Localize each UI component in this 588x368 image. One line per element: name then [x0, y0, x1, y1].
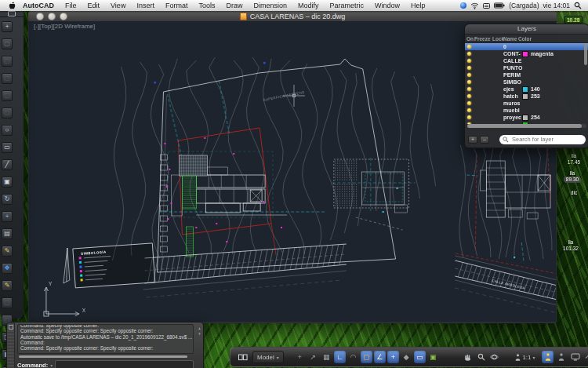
layer-color-swatch[interactable]	[522, 115, 528, 121]
menu-item-edit[interactable]: Edit	[82, 2, 106, 9]
layer-on-bulb-icon[interactable]	[467, 45, 471, 49]
layer-on-cell[interactable]	[466, 59, 474, 63]
layer-on-bulb-icon[interactable]	[467, 108, 471, 112]
layers-vscrollbar[interactable]	[584, 43, 587, 65]
tool-erase-tool[interactable]: ✎	[2, 246, 13, 257]
layer-row-PUNTO[interactable]: PUNTO	[465, 64, 588, 71]
menu-item-help[interactable]: Help	[405, 2, 431, 9]
layer-on-bulb-icon[interactable]	[467, 73, 471, 77]
col-color[interactable]: Color	[518, 36, 588, 42]
minimize-button[interactable]	[48, 13, 56, 20]
layer-on-bulb-icon[interactable]	[467, 59, 471, 63]
command-history-scrollbar[interactable]	[19, 355, 187, 358]
command-input[interactable]	[55, 360, 194, 368]
col-lock[interactable]: Lock	[492, 36, 503, 42]
layer-on-cell[interactable]	[466, 94, 474, 98]
layer-on-cell[interactable]	[466, 52, 474, 56]
toggle-grid[interactable]: ▦	[321, 351, 332, 363]
command-panel-grip[interactable]	[7, 322, 15, 368]
tool-rectangle-tool[interactable]: ▭	[2, 142, 13, 153]
pan-hand-icon[interactable]	[462, 351, 474, 363]
input-menu-icon[interactable]	[483, 2, 490, 9]
toggle-ortho[interactable]: ∟	[334, 351, 346, 363]
menu-item-tools[interactable]: Tools	[193, 2, 220, 9]
layer-row-PERIM[interactable]: PERIM	[465, 71, 588, 78]
layer-row-SIMBO[interactable]: SIMBO	[465, 78, 588, 86]
tool-rotate-tool[interactable]: ↻	[2, 194, 13, 205]
col-name[interactable]: Name	[503, 36, 518, 42]
layer-color-swatch[interactable]	[522, 93, 528, 100]
zoom-magnifier-icon[interactable]	[475, 351, 487, 363]
tool-disabled-d[interactable]: ▢	[2, 107, 13, 118]
menu-item-dimension[interactable]: Dimension	[248, 2, 292, 9]
toggle-object-snap[interactable]: ▢	[361, 351, 372, 363]
tool-disabled-b[interactable]: ▢	[2, 73, 13, 84]
layer-on-cell[interactable]	[466, 73, 474, 77]
tool-polygon-tool[interactable]: ▣	[2, 177, 13, 188]
layer-color-swatch[interactable]	[522, 51, 528, 57]
layer-on-bulb-icon[interactable]	[467, 52, 471, 56]
tool-disabled-c[interactable]: ▢	[2, 90, 13, 101]
wifi-icon[interactable]	[470, 2, 479, 9]
close-button[interactable]	[36, 13, 44, 20]
layer-on-bulb-icon[interactable]	[467, 80, 471, 84]
command-history[interactable]: Command: Specify opposite corner:Command…	[17, 324, 194, 354]
layer-on-cell[interactable]	[466, 80, 474, 84]
model-layout-dropdown[interactable]: Model▾	[252, 351, 284, 363]
menu-item-autocad[interactable]: AutoCAD	[21, 0, 60, 11]
orbit-icon[interactable]	[488, 351, 500, 363]
menu-item-file[interactable]: File	[60, 2, 82, 9]
tool-line-tool[interactable]: ╱	[2, 159, 13, 170]
status-orb-icon[interactable]	[460, 2, 466, 9]
layer-on-bulb-icon[interactable]	[467, 66, 471, 70]
tool-palette-header[interactable]	[0, 11, 24, 17]
toggle-snap[interactable]: +	[294, 351, 306, 363]
col-on[interactable]: On	[466, 36, 474, 42]
desktop-icon-label[interactable]: dic	[558, 190, 588, 196]
layer-row-muros[interactable]: muros	[465, 100, 588, 107]
menu-item-window[interactable]: Window	[369, 2, 405, 9]
menu-item-parametric[interactable]: Parametric	[325, 2, 370, 9]
tool-new-tool[interactable]: +	[2, 21, 13, 32]
layer-row-ejes[interactable]: ejes140	[465, 86, 588, 93]
layers-panel-title[interactable]: Layers	[465, 24, 588, 35]
layer-row-hatch[interactable]: hatch253	[465, 93, 588, 100]
tool-select-tool[interactable]: ▢	[2, 38, 13, 49]
battery-icon[interactable]	[494, 2, 505, 9]
spotlight-icon[interactable]	[574, 2, 582, 9]
layer-on-bulb-icon[interactable]	[467, 115, 471, 119]
layer-row-CONT-[interactable]: CONT-magenta	[465, 50, 588, 57]
layer-on-cell[interactable]	[466, 101, 474, 105]
toggle-polar-tracking[interactable]: ◠	[347, 351, 359, 363]
display-settings-icon[interactable]	[568, 351, 583, 363]
layer-on-cell[interactable]	[466, 66, 474, 70]
toggle-dynamic-input[interactable]: ↗	[307, 351, 319, 363]
layer-search-field[interactable]	[499, 135, 586, 144]
menu-item-draw[interactable]: Draw	[220, 2, 248, 9]
menu-item-modify[interactable]: Modify	[292, 2, 325, 9]
menu-item-insert[interactable]: Insert	[131, 2, 160, 9]
layer-row-muebl[interactable]: muebl	[465, 107, 588, 114]
window-title-bar[interactable]: CASA LARENAS – dic 20.dwg	[28, 11, 557, 22]
layer-on-bulb-icon[interactable]	[467, 101, 471, 105]
menu-clock[interactable]: vie 14:01	[543, 2, 571, 9]
col-freeze[interactable]: Freeze	[474, 36, 492, 42]
tool-copy-tool[interactable]: ▤	[2, 228, 13, 239]
desktop-icon-label[interactable]: lla17.45	[558, 153, 588, 166]
tool-pencil-tool[interactable]: ✎	[2, 280, 13, 291]
layer-on-cell[interactable]	[466, 87, 474, 91]
menu-item-format[interactable]: Format	[160, 2, 194, 9]
layer-search-input[interactable]	[510, 135, 583, 144]
tool-circle-tool[interactable]: ○	[2, 125, 13, 136]
annotation-autoscale-icon[interactable]	[555, 351, 567, 363]
layer-row-proyec[interactable]: proyec254	[465, 114, 588, 121]
remove-layer-button[interactable]: –	[480, 136, 489, 144]
toggle-isoplane[interactable]: ◆	[401, 351, 412, 363]
toggle-selection-cycling[interactable]: ▣	[427, 351, 439, 363]
layers-hscrollbar[interactable]	[467, 124, 586, 128]
layer-on-cell[interactable]	[466, 108, 474, 112]
layer-row-CALLE[interactable]: CALLE	[465, 57, 588, 64]
layer-color-swatch[interactable]	[522, 86, 528, 93]
annotation-scale-dropdown[interactable]: 1:1▾	[510, 351, 540, 363]
toggle-3d-object-snap[interactable]: +	[387, 351, 399, 363]
